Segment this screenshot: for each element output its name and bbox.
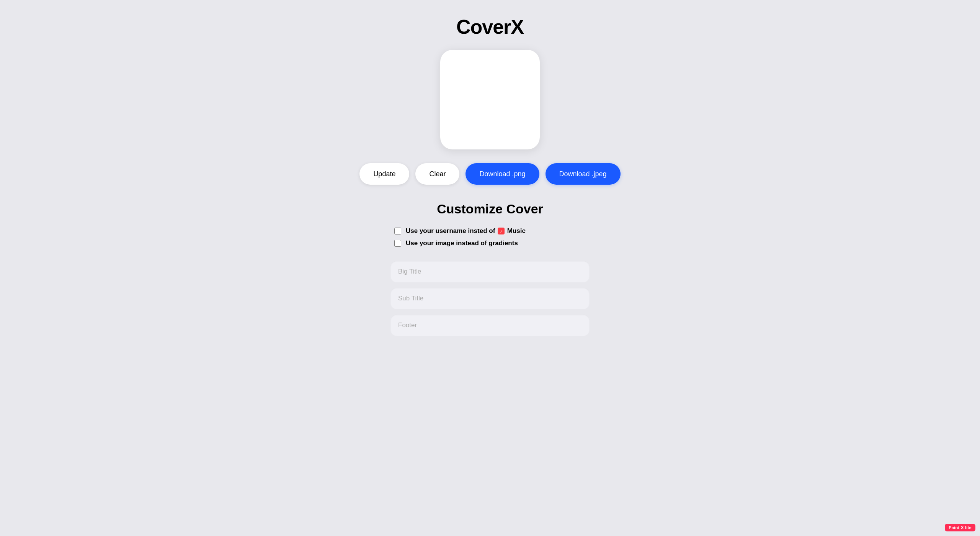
big-title-input[interactable] (390, 261, 590, 282)
action-buttons: Update Clear Download .png Download .jpe… (359, 163, 620, 185)
checkboxes-container: Use your username insted of Music Use yo… (390, 227, 590, 247)
clear-button[interactable]: Clear (415, 163, 459, 185)
download-jpeg-button[interactable]: Download .jpeg (546, 163, 621, 185)
cover-preview (440, 50, 540, 149)
customize-title: Customize Cover (437, 202, 543, 216)
checkbox-username-row: Use your username insted of Music (394, 227, 590, 235)
checkbox-image-label: Use your image instead of gradients (406, 239, 518, 247)
customize-section: Customize Cover Use your username insted… (390, 202, 590, 336)
checkbox-image-row: Use your image instead of gradients (394, 239, 590, 247)
sub-title-input[interactable] (390, 288, 590, 309)
checkbox-username-label: Use your username insted of Music (406, 227, 526, 235)
update-button[interactable]: Update (359, 163, 409, 185)
input-fields-container (390, 261, 590, 336)
apple-music-icon (498, 228, 505, 234)
paint-x-badge: Paint X lite (945, 524, 975, 531)
download-png-button[interactable]: Download .png (466, 163, 539, 185)
footer-input[interactable] (390, 315, 590, 336)
checkbox-image[interactable] (394, 240, 401, 247)
app-title: CoverX (456, 15, 524, 38)
checkbox-username[interactable] (394, 228, 401, 234)
